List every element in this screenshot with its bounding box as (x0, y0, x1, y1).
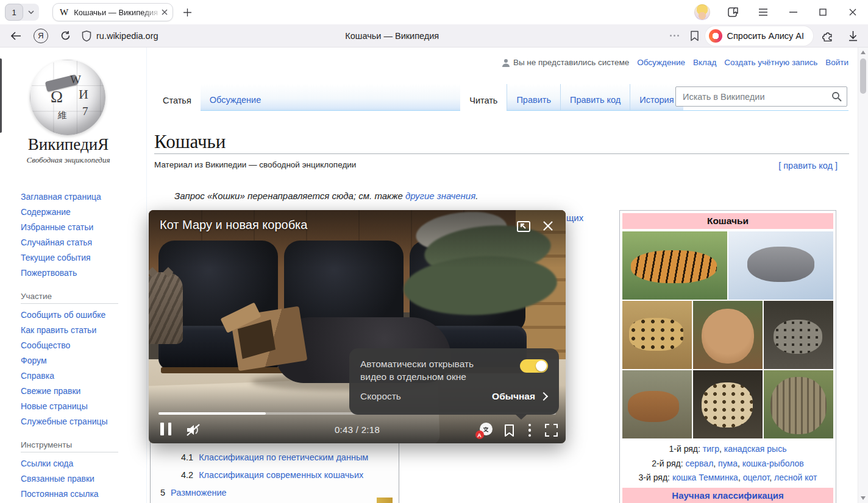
sidebar-link-main-page[interactable]: Заглавная страница (21, 189, 137, 205)
reload-icon[interactable] (57, 28, 73, 44)
tab-edit[interactable]: Править (507, 84, 560, 110)
scroll-up-arrow[interactable] (861, 51, 866, 54)
bookmark-video-icon[interactable] (504, 424, 514, 437)
downloads-icon[interactable] (848, 30, 858, 41)
browser-tab[interactable]: W Кошачьи — Википедия (52, 3, 173, 21)
auto-open-toggle[interactable] (520, 359, 548, 373)
tab-title: Кошачьи — Википедия (74, 8, 162, 17)
shield-icon[interactable] (82, 30, 91, 41)
ask-alice-button[interactable]: Спросить Алису AI (705, 26, 814, 46)
extensions-puzzle-icon[interactable] (822, 30, 834, 42)
url-field[interactable]: ru.wikipedia.org Кошачьи — Википедия (79, 24, 705, 47)
personal-link-contributions[interactable]: Вклад (693, 58, 716, 67)
fullscreen-icon[interactable] (545, 424, 558, 437)
hatnote-link[interactable]: другие значения (405, 191, 475, 201)
sidebar-link-contents[interactable]: Содержание (21, 205, 137, 220)
sidebar-link-report-error[interactable]: Сообщить об ошибке (21, 308, 137, 323)
back-icon[interactable] (8, 28, 24, 44)
fishing-cat-photo[interactable] (764, 301, 833, 369)
video-translate-icon[interactable]: A (477, 423, 493, 438)
wiki-search-box[interactable] (675, 86, 847, 107)
sidebar-link-help[interactable]: Справка (21, 368, 137, 384)
toc-link[interactable]: Размножение (171, 484, 227, 502)
link-temminck-cat[interactable]: кошка Темминка (672, 473, 738, 482)
sidebar-link-special-pages[interactable]: Служебные страницы (21, 414, 137, 429)
link-fishing-cat[interactable]: кошка-рыболов (742, 459, 804, 468)
partially-covered-link[interactable]: щих (566, 213, 583, 223)
more-actions-icon[interactable] (670, 35, 679, 37)
link-tiger[interactable]: тигр (703, 444, 719, 454)
video-menu-icon[interactable] (526, 424, 534, 437)
wildcat-photo[interactable] (764, 370, 833, 438)
sidebar-link-related-changes[interactable]: Связанные правки (21, 471, 137, 487)
personal-bar: Вы не представились системе Обсуждение В… (502, 58, 848, 67)
pause-icon[interactable] (160, 423, 171, 435)
url-text[interactable]: ru.wikipedia.org (96, 31, 158, 41)
sidebar-link-current-events[interactable]: Текущие события (21, 250, 137, 266)
tab-count-badge[interactable]: 1 (5, 4, 23, 21)
link-puma[interactable]: пума (718, 459, 738, 468)
bookmark-page-icon[interactable] (690, 30, 699, 41)
tab-read[interactable]: Читать (460, 84, 507, 111)
exit-pip-icon[interactable] (516, 219, 532, 234)
sidebar-link-random[interactable]: Случайная статья (21, 235, 137, 250)
sidebar-link-featured[interactable]: Избранные статьи (21, 220, 137, 235)
profile-avatar[interactable] (694, 4, 710, 20)
wikipedia-globe-logo[interactable]: ΩWИ7維 (30, 60, 105, 135)
personal-link-create-account[interactable]: Создать учётную запись (724, 58, 817, 67)
toc-item: 5 Размножение (151, 484, 399, 502)
login-status: Вы не представились системе (502, 58, 629, 67)
video-player[interactable]: Кот Мару и новая коробка 0:43 / 2:18 A (149, 210, 566, 443)
puma-photo[interactable] (693, 301, 763, 369)
toc-item: 4.2 Классификация современных кошачьих (151, 466, 399, 484)
close-video-icon[interactable] (540, 218, 556, 234)
personal-link-login[interactable]: Войти (825, 58, 848, 67)
page-scrollbar[interactable] (858, 47, 868, 503)
toc-item: 4.1 Классификация по генетическим данным (151, 449, 399, 466)
chevron-down-icon[interactable] (23, 10, 39, 14)
tab-counter[interactable]: 1 (5, 4, 39, 21)
side-panel-icon[interactable] (727, 5, 740, 19)
muted-speaker-icon[interactable] (185, 423, 201, 437)
new-tab-button[interactable] (180, 5, 194, 19)
sidebar-link-new-pages[interactable]: Новые страницы (21, 399, 137, 414)
sidebar-link-how-to-edit[interactable]: Как править статьи (21, 323, 137, 338)
yandex-logo-icon[interactable]: Я (34, 29, 48, 43)
wikipedia-wordmark[interactable]: ВикипедиЯ (0, 135, 137, 154)
tab-close-icon[interactable] (162, 9, 168, 15)
personal-link-talk[interactable]: Обсуждение (637, 58, 685, 67)
ocelot-photo[interactable] (693, 370, 763, 438)
speed-row[interactable]: Скорость Обычная (360, 391, 548, 402)
link-canada-lynx[interactable]: канадская рысь (724, 444, 787, 454)
menu-icon[interactable] (756, 5, 770, 19)
wiki-sidebar: ΩWИ7維 ВикипедиЯ Свободная энциклопедия З… (0, 47, 146, 503)
taxobox: Кошачьи 1-й ряд: тигр, канадская рысь (619, 210, 836, 503)
edit-source-link[interactable]: [ править код ] (778, 161, 838, 171)
temminck-cat-photo[interactable] (622, 370, 692, 438)
link-serval[interactable]: сервал (686, 459, 714, 468)
link-ocelot[interactable]: оцелот (743, 473, 770, 482)
toc-link[interactable]: Классификация по генетическим данным (199, 449, 368, 466)
tab-talk[interactable]: Обсуждение (201, 84, 270, 110)
serval-photo[interactable] (622, 301, 692, 369)
search-icon[interactable] (831, 91, 842, 102)
sidebar-link-what-links-here[interactable]: Ссылки сюда (21, 456, 137, 471)
sidebar-link-permanent-link[interactable]: Постоянная ссылка (21, 487, 137, 502)
scroll-down-arrow[interactable] (861, 496, 866, 500)
tiger-photo[interactable] (622, 231, 727, 300)
sidebar-link-donate[interactable]: Пожертвовать (21, 266, 137, 281)
maximize-icon[interactable] (816, 5, 830, 19)
close-window-icon[interactable] (846, 5, 859, 19)
sidebar-link-forum[interactable]: Форум (21, 353, 137, 368)
wiki-search-input[interactable] (681, 91, 831, 102)
tab-edit-source[interactable]: Править код (560, 84, 630, 110)
progress-played (158, 412, 266, 415)
link-wildcat[interactable]: лесной кот (774, 473, 817, 482)
minimize-icon[interactable] (786, 5, 800, 19)
toc-link[interactable]: Классификация современных кошачьих (199, 466, 363, 484)
canada-lynx-photo[interactable] (728, 231, 833, 300)
sidebar-link-recent-changes[interactable]: Свежие правки (21, 384, 137, 399)
sidebar-link-community[interactable]: Сообщество (21, 338, 137, 353)
tab-article[interactable]: Статья (154, 84, 201, 111)
scrollbar-thumb[interactable] (860, 58, 866, 94)
